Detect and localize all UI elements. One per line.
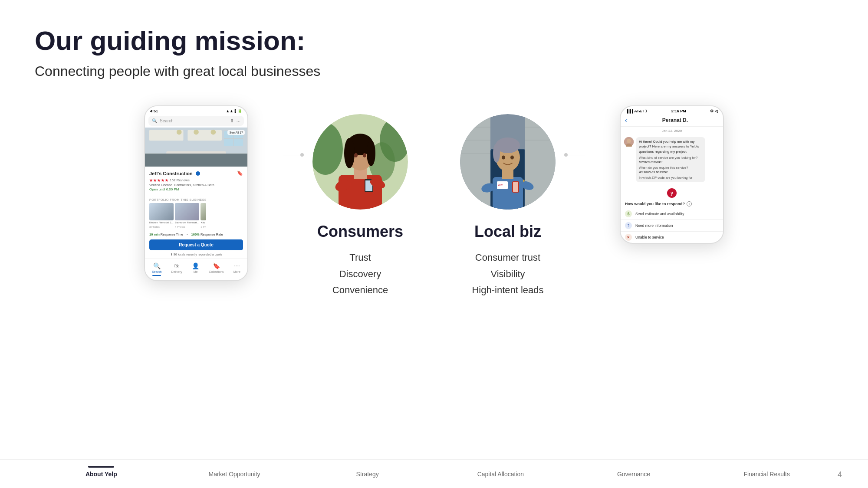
nav-about-yelp[interactable]: About Yelp xyxy=(35,467,168,481)
nav-market-opportunity[interactable]: Market Opportunity xyxy=(168,467,301,481)
svg-rect-51 xyxy=(513,182,518,192)
portfolio-section: PORTFOLIO FROM THIS BUSINESS Kitchen Rem… xyxy=(145,196,247,231)
more-icon: ··· xyxy=(237,118,240,124)
capital-allocation-label: Capital Allocation xyxy=(477,471,524,478)
qa-item-3-q: In which ZIP code are you looking for xyxy=(639,176,702,180)
chat-messages: Hi there! Could you help me with my proj… xyxy=(621,135,723,187)
verified-badge xyxy=(196,171,200,176)
svg-rect-35 xyxy=(525,114,556,210)
page-number: 4 xyxy=(838,470,842,479)
response-option-3[interactable]: ✕ Unable to service xyxy=(621,231,723,243)
right-phone-mockup: ▐▐▐ AT&T ⟩ 2:16 PM ⚙ ◁ ‹ Peranat D. Jan … xyxy=(620,105,724,244)
more-info-icon: ? xyxy=(625,222,632,229)
see-all-tag[interactable]: See All 17 xyxy=(227,130,245,135)
financial-results-label: Financial Results xyxy=(743,471,790,478)
nav-financial-results[interactable]: Financial Results xyxy=(700,467,833,481)
about-yelp-label: About Yelp xyxy=(85,471,117,478)
more-nav-icon: ⋯ xyxy=(234,262,240,269)
svg-point-23 xyxy=(354,153,358,157)
response-time: 10 min Response Time xyxy=(149,233,183,236)
consumers-block: Consumers Trust Discovery Convenience xyxy=(304,114,417,298)
svg-point-47 xyxy=(493,144,500,163)
portfolio-item-2[interactable]: Bathroom Remodel... 4 Photos xyxy=(175,203,200,229)
svg-point-21 xyxy=(344,138,355,168)
respond-prompt: How would you like to respond? i xyxy=(621,199,723,208)
svg-text:Jeff: Jeff xyxy=(498,183,503,186)
response-option-2[interactable]: ? Need more information xyxy=(621,219,723,231)
consumers-title: Consumers xyxy=(317,223,403,241)
strategy-label: Strategy xyxy=(356,471,379,478)
svg-point-48 xyxy=(502,156,505,160)
business-info: Jeff's Construction 🔖 162 Reviews xyxy=(145,167,247,196)
svg-rect-5 xyxy=(230,154,247,167)
biz-name: Jeff's Construction xyxy=(149,171,193,176)
bookmark-icon[interactable]: 🔖 xyxy=(237,170,243,176)
nav-collections-label: Collections xyxy=(209,270,224,273)
chat-status-bar: ▐▐▐ AT&T ⟩ 2:16 PM ⚙ ◁ xyxy=(621,106,723,114)
star-rating xyxy=(149,179,168,182)
request-quote-button[interactable]: Request a Quote xyxy=(149,239,243,250)
info-icon[interactable]: i xyxy=(687,201,692,206)
nav-collections[interactable]: 🔖 Collections xyxy=(209,262,224,276)
svg-point-22 xyxy=(367,140,375,166)
right-connector xyxy=(564,153,585,157)
nav-search[interactable]: 🔍 Search xyxy=(152,262,161,276)
chat-header: ‹ Peranat D. xyxy=(621,114,723,127)
qa-item-1-a: Kitchen remodel xyxy=(639,160,702,165)
main-content: Our guiding mission: Connecting people w… xyxy=(0,0,868,298)
svg-point-55 xyxy=(627,139,631,143)
portfolio-item-1[interactable]: Kitchen Remodel 2... 3 Photos xyxy=(149,203,174,229)
search-nav-icon: 🔍 xyxy=(153,262,161,269)
svg-point-6 xyxy=(177,130,182,135)
local-biz-photo: Jeff xyxy=(460,114,556,210)
local-biz-features: Consumer trust Visibility High-intent le… xyxy=(472,249,543,298)
stars-row: 162 Reviews xyxy=(149,178,243,182)
svg-rect-2 xyxy=(187,130,222,141)
hero-image: See All 17 xyxy=(145,128,247,167)
portfolio-item-3[interactable]: Kitc 3 Ph xyxy=(201,203,206,229)
delivery-nav-icon: 🛍 xyxy=(174,262,180,269)
nav-capital-allocation[interactable]: Capital Allocation xyxy=(434,467,567,481)
response-option-3-label: Unable to service xyxy=(635,235,664,239)
svg-rect-4 xyxy=(145,154,164,167)
chat-bubble-1: Hi there! Could you help me with my proj… xyxy=(636,137,705,182)
locals-text: ⬆ 96 locals recently requested a quote xyxy=(145,252,247,259)
nav-me[interactable]: 👤 Me xyxy=(192,262,199,276)
response-rate: 100% Response Rate xyxy=(191,233,223,236)
response-stats: 10 min Response Time • 100% Response Rat… xyxy=(145,231,247,238)
svg-point-24 xyxy=(363,153,366,157)
local-biz-title: Local biz xyxy=(474,223,541,241)
chat-date: Jan 22, 2020 xyxy=(621,127,723,135)
response-option-2-label: Need more information xyxy=(635,223,673,228)
open-status: Open until 6:00 PM xyxy=(149,187,243,191)
nav-more[interactable]: ⋯ More xyxy=(233,262,240,276)
response-option-1[interactable]: $ Send estimate and availability xyxy=(621,208,723,219)
nav-strategy[interactable]: Strategy xyxy=(301,467,434,481)
nav-delivery[interactable]: 🛍 Delivery xyxy=(171,262,182,276)
back-icon[interactable]: ‹ xyxy=(625,117,627,124)
qa-item-1-q: What kind of service are you looking for… xyxy=(639,156,702,160)
chat-carrier: ▐▐▐ AT&T ⟩ xyxy=(626,109,647,113)
consumer-photo xyxy=(312,114,408,210)
content-row: 4:51 ▲▲ ⟦ 🔋 🔍 Search ⬆ ··· xyxy=(35,105,833,298)
sender-avatar xyxy=(624,137,634,147)
portfolio-label: PORTFOLIO FROM THIS BUSINESS xyxy=(149,198,243,201)
page-title: Our guiding mission: xyxy=(35,26,833,56)
me-nav-icon: 👤 xyxy=(192,262,199,269)
nav-governance[interactable]: Governance xyxy=(567,467,700,481)
search-text: Search xyxy=(160,118,174,123)
qa-item-2-q: When do you require this service? xyxy=(639,166,702,170)
yelp-logo-bubble: y xyxy=(621,188,723,198)
verified-license: Verified License· Contractors, Kitchen &… xyxy=(149,183,243,187)
governance-label: Governance xyxy=(617,471,650,478)
page-subtitle: Connecting people with great local busin… xyxy=(35,63,833,79)
chat-contact-name: Peranat D. xyxy=(631,117,719,123)
svg-point-8 xyxy=(210,130,216,135)
svg-rect-3 xyxy=(166,151,226,160)
nav-delivery-label: Delivery xyxy=(171,270,182,273)
search-bar[interactable]: 🔍 Search ⬆ ··· xyxy=(148,116,244,126)
yelp-burst-icon: y xyxy=(667,188,677,198)
svg-point-7 xyxy=(194,130,199,135)
svg-point-49 xyxy=(510,156,514,160)
biz-name-group: Jeff's Construction xyxy=(149,169,200,177)
